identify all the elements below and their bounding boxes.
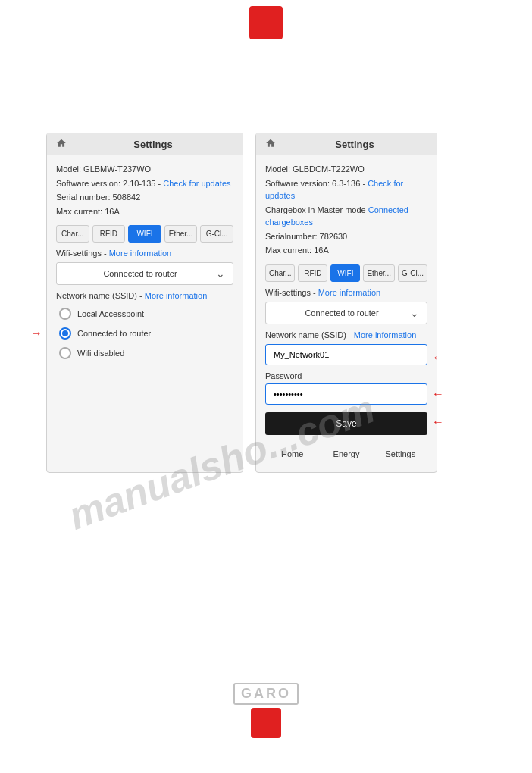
right-max-current: Max current: 16A [265, 244, 427, 257]
nav-energy[interactable]: Energy [319, 443, 373, 465]
right-password-wrapper: ← [265, 383, 427, 405]
left-radio-connected-label: Connected to router [77, 329, 151, 338]
right-software: Software version: 6.3-136 - Check for up… [265, 177, 427, 202]
right-panel-header: Settings [256, 133, 437, 155]
left-radio-connected-circle [59, 327, 71, 340]
left-tab-char[interactable]: Char... [56, 225, 89, 243]
garo-text: GARO [233, 683, 299, 705]
right-password-label: Password [265, 371, 427, 380]
left-radio-local-label: Local Accesspoint [77, 309, 144, 318]
right-dropdown-chevron-icon: ⌄ [410, 307, 419, 319]
bottom-red-square [251, 708, 281, 738]
save-button[interactable]: Save [265, 412, 427, 435]
right-tab-wifi[interactable]: WIFI [330, 264, 360, 282]
right-serial: Serialnumber: 782630 [265, 230, 427, 243]
right-tabs-row: Char... RFID WIFI Ether... G-Cl... [265, 264, 427, 282]
left-tab-ether[interactable]: Ether... [164, 225, 198, 243]
right-network-label: Network name (SSID) - More information [265, 330, 427, 340]
left-software: Software version: 2.10-135 - Check for u… [56, 177, 233, 190]
left-serial: Serial number: 508842 [56, 191, 233, 204]
right-wifi-label: Wifi-settings - More information [265, 288, 427, 297]
left-settings-panel: Settings Model: GLBMW-T237WO Software ve… [46, 133, 243, 473]
right-connected-dropdown[interactable]: Connected to router ⌄ [265, 302, 427, 324]
left-radio-disabled-label: Wifi disabled [77, 349, 124, 358]
left-tabs-row: Char... RFID WIFI Ether... G-Cl... [56, 225, 233, 243]
arrow-save-icon: ← [432, 415, 444, 429]
left-check-updates-link[interactable]: Check for updates [163, 179, 230, 188]
left-connected-dropdown[interactable]: Connected to router ⌄ [56, 262, 233, 285]
left-radio-local[interactable]: Local Accesspoint [59, 308, 230, 320]
left-tab-rfid[interactable]: RFID [92, 225, 126, 243]
left-radio-local-circle [59, 308, 71, 320]
left-model: Model: GLBMW-T237WO [56, 163, 233, 176]
left-panel-body: Model: GLBMW-T237WO Software version: 2.… [47, 155, 243, 370]
left-wifi-more-info[interactable]: More information [109, 249, 172, 258]
network-ssid-input[interactable] [265, 344, 427, 365]
left-dropdown-label: Connected to router [64, 269, 216, 278]
right-wifi-more-info[interactable]: More information [318, 288, 381, 297]
left-radio-group: Local Accesspoint → Connected to router … [56, 305, 233, 362]
right-dropdown-label: Connected to router [274, 308, 410, 318]
right-tab-ether[interactable]: Ether... [363, 264, 395, 282]
left-dropdown-chevron-icon: ⌄ [216, 268, 225, 280]
right-tab-rfid[interactable]: RFID [298, 264, 327, 282]
left-tab-wifi[interactable]: WIFI [128, 225, 161, 243]
left-wifi-label: Wifi-settings - More information [56, 249, 233, 258]
nav-home[interactable]: Home [265, 443, 319, 465]
main-content: Settings Model: GLBMW-T237WO Software ve… [46, 133, 486, 473]
left-radio-connected[interactable]: → Connected to router [59, 327, 230, 340]
right-model: Model: GLBDCM-T222WO [265, 163, 427, 176]
right-bottom-nav: Home Energy Settings [265, 443, 427, 465]
right-panel-body: Model: GLBDCM-T222WO Software version: 6… [256, 155, 437, 472]
left-radio-disabled-circle [59, 347, 71, 359]
left-max-current: Max current: 16A [56, 205, 233, 218]
left-network-more-info[interactable]: More information [145, 291, 208, 300]
nav-settings[interactable]: Settings [374, 443, 427, 465]
right-panel-title: Settings [282, 139, 427, 150]
arrow-network-icon: ← [432, 351, 444, 365]
left-radio-disabled[interactable]: Wifi disabled [59, 347, 230, 359]
left-tab-gcl[interactable]: G-Cl... [200, 225, 233, 243]
right-save-wrapper: Save ← [265, 409, 427, 435]
bottom-logo: GARO [233, 683, 299, 738]
right-tab-char[interactable]: Char... [265, 264, 295, 282]
home-icon [56, 138, 68, 150]
left-network-label: Network name (SSID) - More information [56, 291, 233, 300]
right-home-icon [265, 138, 277, 150]
password-input[interactable] [265, 383, 427, 405]
right-settings-panel: Settings Model: GLBDCM-T222WO Software v… [255, 133, 437, 473]
arrow-password-icon: ← [432, 387, 444, 401]
right-network-input-wrapper: ← [265, 344, 427, 371]
top-logo-square [249, 6, 283, 39]
left-panel-title: Settings [73, 139, 233, 150]
left-panel-header: Settings [47, 133, 243, 155]
right-chargebox: Chargebox in Master mode Connected charg… [265, 204, 427, 229]
right-panel-wrapper: Settings Model: GLBDCM-T222WO Software v… [255, 133, 437, 473]
right-tab-gcl[interactable]: G-Cl... [398, 264, 427, 282]
right-network-more-info[interactable]: More information [354, 330, 417, 340]
